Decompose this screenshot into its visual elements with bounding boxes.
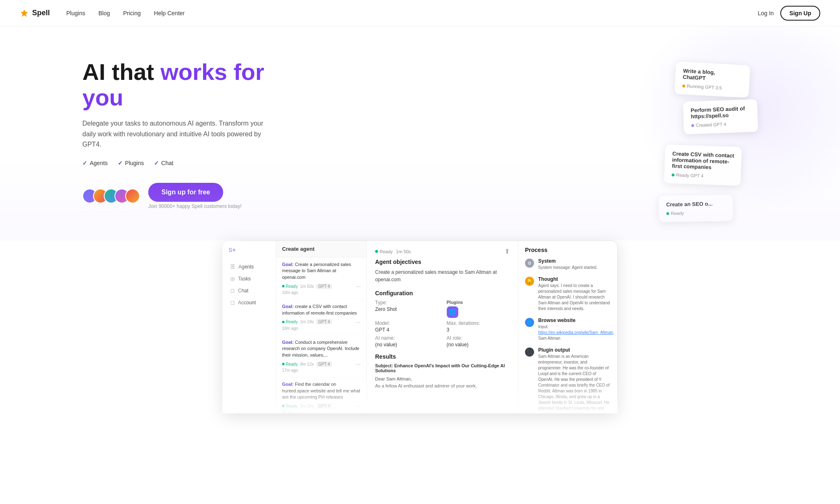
agent-meta-1: Ready 1m 19s GPT 4 ··· — [282, 319, 361, 325]
agent-item-3[interactable]: Goal: Find the calendar on hunted.space … — [276, 377, 366, 413]
config-ai-role: AI role: (no value) — [447, 335, 510, 348]
sidebar-item-agents[interactable]: ☰ Agents — [227, 261, 272, 273]
agents-icon: ☰ — [230, 264, 235, 270]
config-max-iter: Max. iterations: 3 — [447, 320, 510, 333]
hero-left: AI that works for you Delegate your task… — [82, 59, 296, 209]
float-card-1-badge: Running GPT 3.5 — [682, 83, 722, 90]
hero-features: ✓ Agents ✓ Plugins ✓ Chat — [82, 160, 296, 166]
float-card-2-title: Perform SEO audit ofhttps://spell.so — [691, 105, 750, 120]
app-main: Ready 1m 50s ⬆ Agent objectives Create a… — [367, 241, 518, 413]
result-body: As a fellow AI enthusiast and admirer of… — [375, 383, 510, 390]
float-card-1-title: Write a blog,ChatGPT — [683, 68, 742, 83]
hero-subtitle: Delegate your tasks to autonomous AI age… — [82, 118, 264, 150]
chat-icon: ◻ — [230, 287, 235, 294]
app-agent-list: Create agent Goal: Create a personalized… — [276, 241, 367, 413]
hero-right: Write a blog,ChatGPT Running GPT 3.5 Per… — [568, 59, 758, 216]
check-icon-agents: ✓ — [82, 160, 87, 166]
system-icon: ⚙ — [525, 259, 534, 268]
logo-icon — [20, 9, 29, 18]
float-card-3-badge: Ready GPT 4 — [672, 172, 704, 178]
float-card-4: Create an SEO o... Ready — [658, 194, 733, 222]
float-card-3: Create CSV with contactinformation of re… — [664, 145, 742, 186]
results-title: Results — [375, 353, 510, 360]
social-proof: Join 90000+ happy Spell customers today! — [148, 203, 241, 209]
feature-agents: ✓ Agents — [82, 160, 108, 166]
config-title: Configuration — [375, 290, 510, 296]
ready-dot-4 — [666, 212, 669, 215]
ready-dot-3 — [672, 173, 674, 176]
config-type: Type: Zero Shot — [375, 300, 439, 318]
sidebar-item-chat[interactable]: ◻ Chat — [227, 285, 272, 296]
objectives-text: Create a personalized sales message to S… — [375, 268, 510, 283]
sidebar-item-account[interactable]: ◻ Account — [227, 296, 272, 308]
navbar: Spell Plugins Blog Pricing Help Center L… — [0, 0, 840, 26]
running-status-dot — [375, 250, 378, 253]
cta-group: Sign up for free Join 90000+ happy Spell… — [148, 183, 241, 209]
float-card-4-title: Create an SEO o... — [666, 201, 726, 208]
logo[interactable]: Spell — [20, 9, 50, 18]
signup-button[interactable]: Sign Up — [780, 6, 820, 21]
agent-goal-0: Goal: Create a personalized sales messag… — [282, 261, 361, 280]
app-section: S+ ☰ Agents ◎ Tasks ◻ Chat ◻ Account — [0, 240, 840, 430]
hero-section: AI that works for you Delegate your task… — [0, 26, 840, 240]
avatar-5 — [125, 189, 140, 203]
agent-meta-3: Ready 2m 29s GPT 4 ··· — [282, 403, 361, 409]
app-logo: S+ — [227, 247, 272, 253]
agent-item-2[interactable]: Goal: Conduct a comprehensive research o… — [276, 335, 366, 377]
float-card-2: Perform SEO audit ofhttps://spell.so Cre… — [683, 99, 758, 134]
process-title: Process — [525, 247, 611, 253]
svg-marker-0 — [21, 9, 28, 17]
nav-left: Spell Plugins Blog Pricing Help Center — [20, 9, 184, 18]
running-status: Ready 1m 50s — [375, 249, 411, 254]
nav-link-pricing[interactable]: Pricing — [123, 10, 141, 16]
agent-item-1[interactable]: Goal: create a CSV with contact informat… — [276, 299, 366, 335]
agent-status-1: Ready — [282, 320, 298, 324]
result-salutation: Dear Sam Altman, — [375, 376, 510, 383]
account-icon: ◻ — [230, 299, 235, 306]
sidebar-item-tasks[interactable]: ◎ Tasks — [227, 273, 272, 285]
app-sidebar: S+ ☰ Agents ◎ Tasks ◻ Chat ◻ Account — [223, 241, 276, 413]
config-ai-name: AI name: (no value) — [375, 335, 439, 348]
process-step-browse: 🌐 Browse website Input: https://en.wikip… — [525, 317, 611, 341]
float-card-1: Write a blog,ChatGPT Running GPT 3.5 — [674, 61, 750, 98]
app-wrapper: S+ ☰ Agents ◎ Tasks ◻ Chat ◻ Account — [222, 240, 618, 413]
agent-header-row: Ready 1m 50s ⬆ — [375, 247, 510, 255]
nav-links: Plugins Blog Pricing Help Center — [66, 10, 184, 16]
logo-text: Spell — [32, 9, 50, 17]
thought-icon: 💡 — [525, 277, 534, 286]
agent-goal-1: Goal: create a CSV with contact informat… — [282, 303, 361, 316]
agent-model-0: GPT 4 — [316, 284, 332, 289]
login-button[interactable]: Log In — [758, 10, 774, 16]
agent-item-0[interactable]: Goal: Create a personalized sales messag… — [276, 257, 366, 299]
float-card-4-badge: Ready — [666, 211, 684, 216]
nav-right: Log In Sign Up — [758, 6, 820, 21]
agent-more-0[interactable]: ··· — [356, 283, 361, 289]
process-step-plugin: ⬛ Plugin output Sam Altman is an America… — [525, 347, 611, 413]
objectives-title: Agent objectives — [375, 259, 510, 265]
hero-cta: Sign up for free Join 90000+ happy Spell… — [82, 183, 296, 209]
avatars — [82, 189, 140, 203]
created-dot — [691, 124, 694, 127]
hero-title: AI that works for you — [82, 59, 296, 110]
agent-time-0: 1m 50s — [300, 284, 314, 289]
nav-link-helpcenter[interactable]: Help Center — [154, 10, 185, 16]
check-icon-chat: ✓ — [154, 160, 159, 166]
list-header: Create agent — [276, 241, 366, 257]
plugin-output-icon: ⬛ — [525, 348, 534, 357]
config-model: Model: GPT 4 — [375, 320, 439, 333]
process-step-thought: 💡 Thought Agent says: I need to create a… — [525, 276, 611, 312]
signup-free-button[interactable]: Sign up for free — [148, 183, 223, 202]
share-button[interactable]: ⬆ — [504, 247, 510, 255]
agent-meta-0: Ready 1m 50s GPT 4 ··· — [282, 283, 361, 289]
nav-link-blog[interactable]: Blog — [98, 10, 110, 16]
agent-goal-3: Goal: Find the calendar on hunted.space … — [282, 381, 361, 400]
config-plugins: Plugins 🌐 — [447, 300, 510, 318]
check-icon-plugins: ✓ — [118, 160, 123, 166]
agent-goal-2: Goal: Conduct a comprehensive research o… — [282, 339, 361, 358]
browse-icon: 🌐 — [525, 318, 534, 327]
app-process: Process ⚙ System System message: Agent s… — [518, 241, 617, 413]
running-dot — [682, 84, 685, 87]
float-card-2-badge: Created GPT 4 — [691, 122, 726, 128]
nav-link-plugins[interactable]: Plugins — [66, 10, 85, 16]
hero-title-black: AI that — [82, 59, 161, 85]
